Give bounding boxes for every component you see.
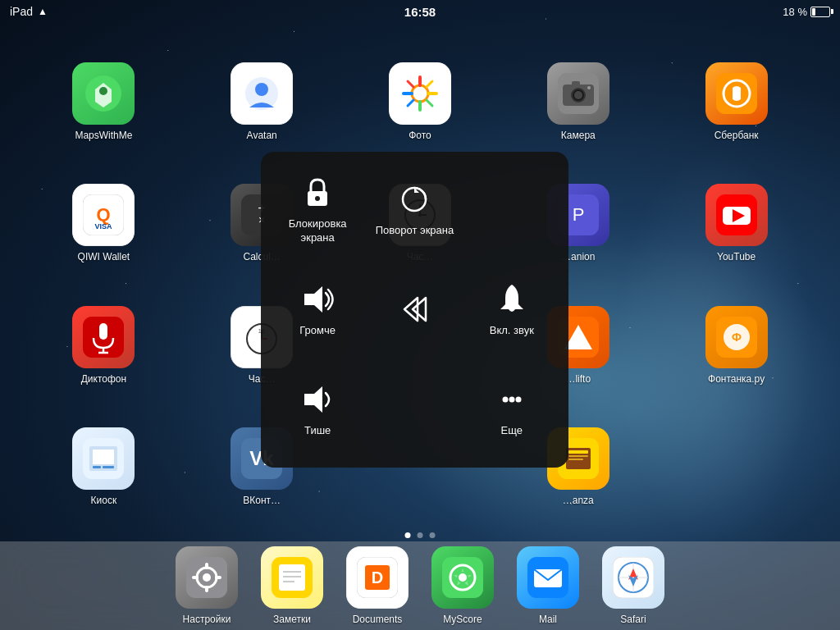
rotate-screen-label: Поворот экрана (376, 224, 454, 238)
svg-rect-72 (192, 576, 199, 579)
wifi-icon: ▲ (38, 6, 48, 17)
back-arrow-icon (396, 291, 432, 327)
safari-icon-img (602, 546, 664, 609)
mapswithme-label: MapsWithMe (75, 130, 132, 141)
qiwi-icon-img: QVISA (72, 184, 135, 246)
action-back[interactable] (366, 260, 463, 360)
svg-point-10 (574, 91, 582, 99)
svg-point-1 (99, 87, 107, 95)
svg-rect-11 (572, 81, 580, 86)
dock-mail[interactable]: Mail (517, 546, 579, 625)
kiosk-label: Киоск (91, 495, 117, 506)
action-volume-on[interactable]: Вкл. звук (463, 260, 560, 360)
dock-myscore[interactable]: MyScore (431, 546, 494, 625)
more-label: Еще (501, 424, 523, 438)
lock-screen-label: Блокировка экрана (276, 217, 359, 245)
bonanza-label: …anza (563, 495, 594, 506)
fontanka-label: Фонтанка.ру (708, 373, 765, 385)
battery-percent: 18 % (783, 6, 807, 18)
status-bar: iPad ▲ 16:58 18 % (0, 0, 840, 23)
page-dot-2 (418, 532, 423, 538)
svg-rect-70 (205, 563, 208, 569)
status-left: iPad ▲ (10, 5, 48, 18)
bell-icon (494, 281, 530, 317)
svg-point-64 (502, 396, 508, 402)
app-youtube[interactable]: iPad YouTube (657, 162, 815, 284)
app-mapswithme[interactable]: MapsWithMe (25, 41, 183, 162)
action-more[interactable]: Еще (463, 359, 560, 459)
page-dots (405, 532, 436, 538)
app-qiwi[interactable]: QVISA QIWI Wallet (25, 162, 183, 284)
svg-point-3 (255, 83, 268, 96)
qiwi-label: QIWI Wallet (78, 251, 130, 262)
documents-label: Documents (353, 614, 403, 625)
action-popup: Блокировка экрана Поворот экрана Громче (261, 152, 568, 468)
svg-rect-54 (568, 450, 588, 454)
svg-rect-32 (99, 323, 107, 340)
svg-text:D: D (372, 568, 383, 587)
notes-label: Заметки (273, 614, 311, 625)
settings-icon-img (176, 546, 238, 609)
vk-label: ВКонт… (243, 495, 281, 506)
svg-marker-60 (304, 286, 322, 313)
app-sberbank[interactable]: Сбербанк (657, 41, 815, 162)
avatan-icon (231, 62, 293, 125)
dock-settings[interactable]: Настройки (176, 546, 238, 625)
svg-rect-56 (568, 459, 583, 460)
app-fontanka[interactable]: Ф Фонтанка.ру (657, 285, 815, 406)
rotate-icon (396, 181, 432, 217)
svg-marker-61 (404, 298, 418, 321)
youtube-label-text: YouTube (717, 251, 756, 262)
device-label: iPad (10, 5, 33, 18)
app-avatan[interactable]: Avatan (183, 41, 341, 162)
volume-up-label: Громче (299, 324, 336, 338)
mail-icon-img (517, 546, 579, 609)
action-rotate-screen[interactable]: Поворот экрана (366, 160, 463, 260)
svg-point-12 (587, 86, 591, 89)
more-dots-icon (494, 381, 530, 418)
app-foto[interactable]: Фото (341, 41, 500, 162)
dock-documents[interactable]: D Documents (346, 546, 409, 625)
documents-icon-img: D (346, 546, 409, 609)
action-lock-screen[interactable]: Блокировка экрана (269, 160, 366, 260)
app-dictaphone[interactable]: Диктофон (25, 285, 183, 406)
svg-text:P: P (572, 204, 584, 225)
myscore-label: MyScore (443, 614, 482, 625)
volume-down-label: Тише (304, 424, 331, 438)
svg-point-65 (509, 396, 514, 402)
dock-safari[interactable]: Safari (602, 546, 664, 625)
svg-rect-49 (103, 466, 114, 468)
app-kiosk[interactable]: Киоск (25, 406, 183, 527)
kiosk-icon-img (72, 427, 135, 490)
kamera-icon (547, 62, 609, 125)
action-volume-down[interactable]: Тише (269, 359, 366, 459)
lifto-label: …lifto (565, 373, 591, 385)
avatan-label: Avatan (247, 130, 277, 141)
app-kamera[interactable]: Камера (499, 41, 657, 162)
dock: Настройки Заметки D Documents MyScore Ma… (0, 541, 840, 630)
dock-notes[interactable]: Заметки (261, 546, 323, 625)
battery-icon (810, 7, 830, 17)
notes-icon-img (261, 546, 323, 609)
action-volume-up[interactable]: Громче (269, 260, 366, 360)
safari-label: Safari (620, 614, 646, 625)
youtube-icon-img (705, 184, 768, 246)
svg-point-66 (515, 396, 521, 402)
status-right: 18 % (783, 6, 830, 18)
action-empty-top (463, 160, 560, 260)
svg-point-58 (315, 196, 320, 201)
mapswithme-icon (72, 62, 135, 125)
page-dot-3 (430, 532, 436, 538)
volume-down-icon (299, 381, 336, 418)
svg-text:Ф: Ф (732, 331, 742, 344)
sberbank-icon-img (705, 62, 768, 125)
svg-point-69 (203, 573, 211, 582)
svg-rect-73 (215, 576, 221, 579)
foto-label: Фото (409, 130, 431, 141)
settings-label: Настройки (183, 614, 231, 625)
action-empty-bottom (366, 359, 463, 459)
page-dot-1 (405, 532, 411, 538)
foto-icon (389, 62, 451, 125)
svg-point-85 (458, 573, 468, 582)
dictaphone-icon-img (72, 306, 135, 368)
